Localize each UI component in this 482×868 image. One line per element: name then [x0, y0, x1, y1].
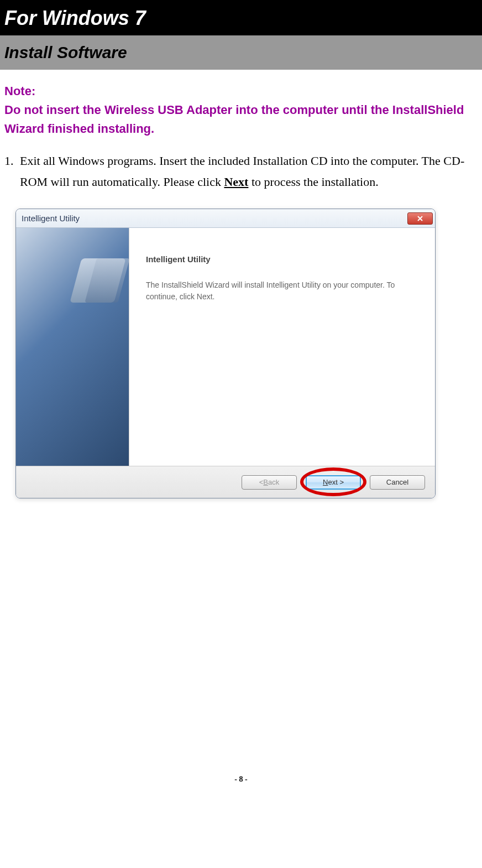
step-1: 1. Exit all Windows programs. Insert the…: [4, 150, 478, 192]
note-body: Do not insert the Wireless USB Adapter i…: [4, 101, 478, 138]
next-button[interactable]: Next >: [306, 475, 361, 490]
dialog-content-title: Intelligent Utility: [146, 254, 422, 264]
dialog-body: Intelligent Utility The InstallShield Wi…: [16, 228, 435, 466]
page-sub-heading: Install Software: [0, 35, 482, 70]
step-text-bold: Next: [224, 175, 248, 189]
step-list: 1. Exit all Windows programs. Insert the…: [0, 138, 482, 192]
back-button[interactable]: < Back: [242, 475, 297, 490]
dialog-content: Intelligent Utility The InstallShield Wi…: [129, 228, 435, 466]
page-main-heading: For Windows 7: [0, 0, 482, 35]
note-title: Note:: [4, 82, 478, 101]
step-text: Exit all Windows programs. Insert the in…: [20, 150, 478, 192]
installer-dialog: Intelligent Utility Intelligent Utility …: [15, 209, 436, 498]
step-number: 1.: [4, 150, 20, 192]
dialog-footer: < Back Next > Cancel: [16, 466, 435, 498]
close-icon: [417, 214, 423, 224]
cancel-button[interactable]: Cancel: [370, 475, 425, 490]
next-rest: ext >: [328, 478, 344, 486]
titlebar: Intelligent Utility: [16, 209, 435, 228]
cancel-label: Cancel: [386, 478, 408, 486]
close-button[interactable]: [407, 212, 433, 225]
step-text-after: to process the installation.: [248, 175, 378, 189]
back-rest: ack: [268, 478, 279, 486]
dialog-wrapper: Intelligent Utility Intelligent Utility …: [0, 192, 482, 498]
dialog-title: Intelligent Utility: [22, 214, 80, 223]
next-button-wrap: Next >: [306, 475, 361, 490]
next-key: N: [323, 478, 328, 486]
back-key: B: [263, 478, 268, 486]
back-prefix: <: [259, 478, 264, 486]
side-banner: [16, 228, 129, 466]
dialog-content-text: The InstallShield Wizard will install In…: [146, 279, 422, 303]
page-number: - 8 -: [0, 498, 482, 795]
note-block: Note: Do not insert the Wireless USB Ada…: [0, 70, 482, 138]
